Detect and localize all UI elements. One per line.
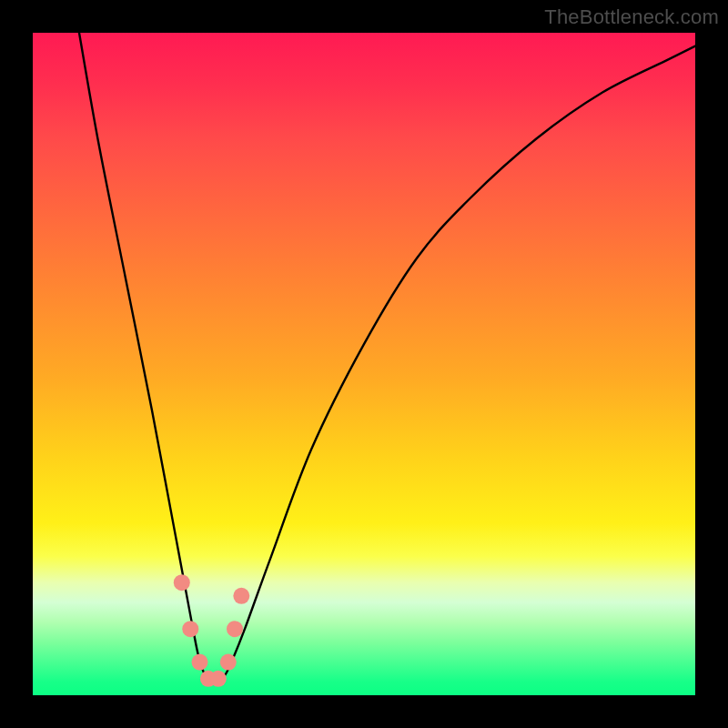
curve-marker — [174, 574, 190, 591]
curve-marker — [233, 588, 249, 604]
curve-svg — [33, 33, 695, 695]
watermark-text: TheBottleneck.com — [544, 5, 719, 29]
curve-marker — [220, 654, 237, 671]
curve-marker — [192, 654, 208, 671]
curve-marker — [210, 671, 227, 687]
curve-marker — [182, 621, 198, 637]
curve-marker — [227, 621, 243, 637]
plot-area — [33, 33, 695, 695]
bottleneck-curve — [79, 33, 695, 682]
chart-stage: TheBottleneck.com — [0, 0, 728, 728]
